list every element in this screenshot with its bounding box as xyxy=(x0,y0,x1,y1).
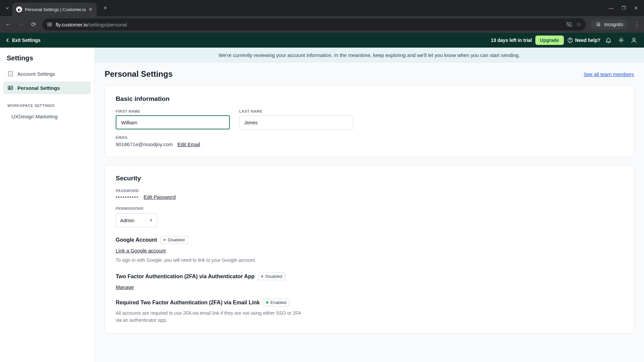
svg-rect-1 xyxy=(50,23,52,24)
window-controls: — ❐ ✕ xyxy=(609,5,641,11)
edit-email-link[interactable]: Edit Email xyxy=(177,141,200,147)
svg-rect-8 xyxy=(8,86,13,90)
sidebar-item-personal-settings[interactable]: Personal Settings xyxy=(3,81,91,94)
basic-info-heading: Basic information xyxy=(116,95,623,103)
reload-button[interactable]: ⟳ xyxy=(30,21,38,28)
email-value: 9018671e@moodjoy.com xyxy=(116,141,173,147)
first-name-input[interactable] xyxy=(116,115,230,129)
last-name-input[interactable] xyxy=(239,115,353,129)
exit-settings-label: Exit Settings xyxy=(12,38,41,43)
edit-password-link[interactable]: Edit Password xyxy=(144,194,176,200)
settings-gear-icon[interactable] xyxy=(616,37,626,44)
google-account-desc: To sign in with Google, you will need to… xyxy=(116,257,304,264)
svg-rect-7 xyxy=(8,71,12,76)
app-header: Exit Settings 13 days left in trial Upgr… xyxy=(0,33,644,48)
main-content[interactable]: We're currently reviewing your account i… xyxy=(95,48,644,362)
sidebar-workspace-item[interactable]: UXDesign Marketing xyxy=(3,110,91,123)
tfa-app-title: Two Factor Authentication (2FA) via Auth… xyxy=(116,273,285,280)
review-banner: We're currently reviewing your account i… xyxy=(95,48,644,63)
building-icon xyxy=(7,71,13,77)
address-bar[interactable]: fly.customer.io/settings/personal ☆ xyxy=(42,18,586,31)
need-help-button[interactable]: Need help? xyxy=(567,37,600,43)
close-tab-icon[interactable]: ✕ xyxy=(89,7,93,12)
google-status-badge: Disabled xyxy=(160,236,188,244)
exit-settings-button[interactable]: Exit Settings xyxy=(5,38,41,43)
sidebar-title: Settings xyxy=(3,54,91,67)
svg-rect-0 xyxy=(48,23,49,24)
sidebar-item-label: Personal Settings xyxy=(17,85,60,91)
new-tab-button[interactable]: + xyxy=(101,3,110,13)
chevron-left-icon xyxy=(5,38,10,43)
svg-point-6 xyxy=(633,38,635,40)
permissions-label: PERMISSIONS xyxy=(116,206,623,210)
tfa-email-title: Required Two Factor Authentication (2FA)… xyxy=(116,299,289,306)
link-google-account-link[interactable]: Link a Google account xyxy=(116,248,623,253)
google-account-title: Google Account Disabled xyxy=(116,236,188,244)
last-name-label: LAST NAME xyxy=(239,109,353,113)
basic-information-card: Basic information FIRST NAME LAST NAME E… xyxy=(105,85,634,157)
back-button[interactable]: ← xyxy=(4,21,12,28)
browser-tab[interactable]: ◐ Personal Settings | Customer.io ✕ xyxy=(12,3,97,16)
permissions-value: Admin xyxy=(120,218,135,223)
first-name-label: FIRST NAME xyxy=(116,109,230,113)
password-label: PASSWORD xyxy=(116,189,623,193)
status-dot-icon xyxy=(163,239,166,241)
tfa-app-status-badge: Disabled xyxy=(258,273,285,280)
need-help-label: Need help? xyxy=(575,38,600,43)
tfa-email-desc: All accounts are required to use 2FA via… xyxy=(116,310,304,324)
svg-point-9 xyxy=(9,87,10,88)
maximize-icon[interactable]: ❐ xyxy=(622,5,626,11)
settings-sidebar: Settings Account Settings Personal Setti… xyxy=(0,48,95,362)
browser-titlebar: ◐ Personal Settings | Customer.io ✕ + — … xyxy=(0,0,644,16)
close-window-icon[interactable]: ✕ xyxy=(634,5,638,11)
security-heading: Security xyxy=(116,175,623,182)
see-team-members-link[interactable]: See all team members xyxy=(584,71,634,77)
url-text: fly.customer.io/settings/personal xyxy=(56,22,562,27)
tfa-email-status-badge: Enabled xyxy=(263,299,289,306)
forward-button[interactable]: → xyxy=(17,21,25,28)
permissions-select[interactable]: Admin ▼ xyxy=(116,213,157,227)
svg-rect-3 xyxy=(50,25,52,26)
profile-icon[interactable] xyxy=(629,37,639,44)
password-mask: •••••••••• xyxy=(116,194,139,200)
workspace-settings-label: WORKSPACE SETTINGS xyxy=(3,96,91,110)
eye-off-icon[interactable] xyxy=(566,21,573,28)
upgrade-button[interactable]: Upgrade xyxy=(535,36,564,45)
email-label: EMAIL xyxy=(116,135,623,139)
security-card: Security PASSWORD •••••••••• Edit Passwo… xyxy=(105,165,634,334)
favicon-icon: ◐ xyxy=(16,6,22,12)
browser-toolbar: ← → ⟳ fly.customer.io/settings/personal … xyxy=(0,16,644,33)
incognito-badge[interactable]: Incognito xyxy=(591,19,628,29)
tab-title: Personal Settings | Customer.io xyxy=(25,7,86,12)
tab-search-dropdown[interactable] xyxy=(3,3,12,13)
notifications-icon[interactable] xyxy=(604,37,613,44)
id-card-icon xyxy=(7,85,13,91)
status-dot-icon xyxy=(261,275,263,278)
bookmark-star-icon[interactable]: ☆ xyxy=(576,21,581,28)
page-title: Personal Settings xyxy=(105,69,173,79)
incognito-label: Incognito xyxy=(604,22,623,27)
help-circle-icon xyxy=(567,37,573,43)
minimize-icon[interactable]: — xyxy=(609,5,613,11)
status-dot-icon xyxy=(266,301,268,304)
sidebar-item-label: Account Settings xyxy=(17,71,55,77)
browser-menu-icon[interactable]: ⋮ xyxy=(634,21,640,28)
svg-point-5 xyxy=(621,40,622,41)
trial-days-text: 13 days left in trial xyxy=(491,38,532,43)
sidebar-item-account-settings[interactable]: Account Settings xyxy=(3,67,91,80)
incognito-icon xyxy=(595,21,601,27)
caret-down-icon: ▼ xyxy=(149,218,153,222)
tfa-app-manage-link[interactable]: Manage xyxy=(116,284,623,290)
site-info-icon[interactable] xyxy=(47,22,52,27)
svg-rect-2 xyxy=(48,25,49,26)
